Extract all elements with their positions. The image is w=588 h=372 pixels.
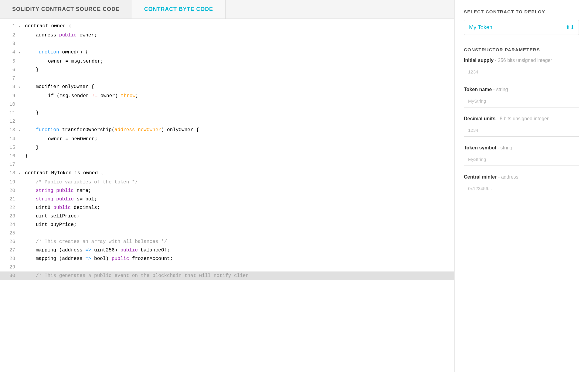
param-group: Token symbol - string	[464, 145, 579, 166]
line-arrow[interactable]: ▾	[18, 22, 24, 31]
code-line: 24uint buyPrice;	[0, 220, 454, 229]
line-code: }	[24, 143, 454, 152]
tab-bytecode[interactable]: CONTRACT BYTE CODE	[132, 0, 226, 19]
line-code: }	[24, 109, 454, 117]
code-line: 27mapping (address => uint256) public ba…	[0, 246, 454, 254]
param-group: Token name - string	[464, 87, 579, 108]
code-line: 10_	[0, 100, 454, 109]
line-number: 12	[0, 117, 18, 126]
line-arrow[interactable]: ▾	[18, 126, 24, 135]
line-code: if (msg.sender != owner) throw;	[24, 92, 454, 100]
line-arrow	[18, 31, 24, 32]
line-number: 6	[0, 66, 18, 74]
line-arrow	[18, 117, 24, 118]
line-number: 27	[0, 246, 18, 254]
line-code: uint8 public decimals;	[24, 203, 454, 212]
line-number: 18	[0, 169, 18, 177]
line-number: 25	[0, 229, 18, 237]
line-number: 26	[0, 237, 18, 246]
line-arrow	[18, 246, 24, 247]
line-code: owner = newOwner;	[24, 135, 454, 143]
line-code: /* Public variables of the token */	[24, 178, 454, 186]
line-code: modifier onlyOwner {	[24, 83, 454, 91]
line-number: 19	[0, 178, 18, 186]
line-number: 7	[0, 74, 18, 83]
line-arrow	[18, 212, 24, 213]
line-arrow	[18, 100, 24, 101]
code-line: 5owner = msg.sender;	[0, 57, 454, 66]
line-code: mapping (address => bool) public frozenA…	[24, 254, 454, 263]
line-arrow	[18, 66, 24, 66]
line-arrow	[18, 57, 24, 58]
line-arrow	[18, 271, 24, 272]
line-number: 21	[0, 195, 18, 203]
line-code: contract owned {	[24, 22, 454, 30]
code-line: 17	[0, 160, 454, 169]
line-arrow[interactable]: ▾	[18, 48, 24, 57]
line-arrow	[18, 220, 24, 221]
line-arrow[interactable]: ▾	[18, 83, 24, 92]
line-code: _	[24, 100, 454, 109]
line-number: 14	[0, 135, 18, 143]
code-line: 21string public symbol;	[0, 195, 454, 203]
line-number: 4	[0, 48, 18, 56]
line-arrow	[18, 135, 24, 135]
line-number: 29	[0, 263, 18, 271]
line-code: }	[24, 152, 454, 160]
line-code: /* This creates an array with all balanc…	[24, 237, 454, 246]
line-number: 11	[0, 109, 18, 117]
param-label: Decimal units - 8 bits unsigned integer	[464, 116, 579, 121]
line-code: function owned() {	[24, 48, 454, 56]
code-line: 11}	[0, 109, 454, 117]
constructor-section: CONSTRUCTOR PARAMETERS Initial supply - …	[464, 47, 579, 195]
code-line: 9if (msg.sender != owner) throw;	[0, 92, 454, 100]
line-number: 1	[0, 22, 18, 30]
tab-bar: SOLIDITY CONTRACT SOURCE CODE CONTRACT B…	[0, 0, 454, 19]
param-input-2[interactable]	[464, 124, 579, 137]
line-arrow	[18, 92, 24, 92]
line-number: 17	[0, 160, 18, 169]
param-input-0[interactable]	[464, 66, 579, 78]
line-arrow	[18, 152, 24, 152]
constructor-title: CONSTRUCTOR PARAMETERS	[464, 47, 579, 52]
line-code: uint buyPrice;	[24, 220, 454, 229]
code-line: 22uint8 public decimals;	[0, 203, 454, 212]
line-number: 20	[0, 186, 18, 195]
line-code: address public owner;	[24, 31, 454, 39]
line-code: string public symbol;	[24, 195, 454, 203]
code-area: 1▾contract owned {2address public owner;…	[0, 19, 454, 372]
code-line: 20string public name;	[0, 186, 454, 195]
line-arrow	[18, 109, 24, 109]
line-arrow	[18, 143, 24, 144]
line-number: 9	[0, 92, 18, 100]
line-arrow	[18, 229, 24, 230]
param-input-3[interactable]	[464, 153, 579, 166]
param-input-4[interactable]	[464, 182, 579, 195]
code-line: 28mapping (address => bool) public froze…	[0, 254, 454, 263]
param-label: Central minter - address	[464, 174, 579, 180]
line-arrow	[18, 74, 24, 75]
line-arrow	[18, 160, 24, 161]
tab-source[interactable]: SOLIDITY CONTRACT SOURCE CODE	[0, 0, 132, 19]
line-arrow[interactable]: ▾	[18, 169, 24, 178]
line-number: 15	[0, 143, 18, 152]
line-code: uint sellPrice;	[24, 212, 454, 220]
line-number: 28	[0, 254, 18, 263]
line-arrow	[18, 178, 24, 179]
param-label: Token symbol - string	[464, 145, 579, 151]
code-line: 12	[0, 117, 454, 126]
line-number: 24	[0, 220, 18, 229]
code-line: 16}	[0, 152, 454, 160]
line-code: }	[24, 66, 454, 74]
param-label: Token name - string	[464, 87, 579, 92]
code-line: 2address public owner;	[0, 31, 454, 39]
contract-select[interactable]: My Token	[464, 20, 579, 35]
code-line: 15}	[0, 143, 454, 152]
code-line: 23uint sellPrice;	[0, 212, 454, 220]
line-number: 2	[0, 31, 18, 39]
code-line: 6}	[0, 66, 454, 74]
param-input-1[interactable]	[464, 95, 579, 108]
line-number: 8	[0, 83, 18, 91]
code-line: 7	[0, 74, 454, 83]
param-label: Initial supply - 256 bits unsigned integ…	[464, 58, 579, 63]
